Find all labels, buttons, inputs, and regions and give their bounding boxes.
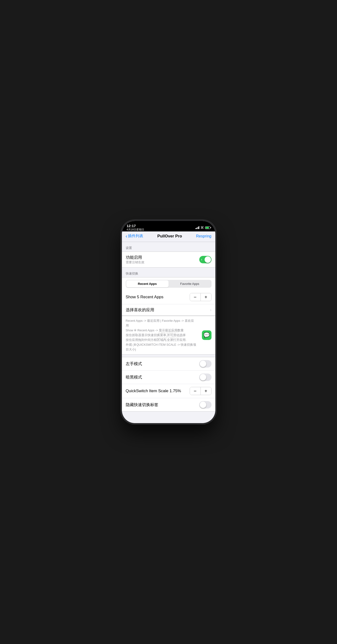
behavior-section-header: 行为: [122, 420, 215, 423]
show-recent-apps-label: Show 5 Recent Apps: [126, 295, 164, 300]
status-time: 12:17: [127, 224, 144, 228]
appearance-group: 左手模式 暗黑模式 QuickSwitch Item Scale 1.75%: [122, 357, 215, 412]
chevron-right-icon: ›: [210, 308, 211, 312]
quick-switch-section-header: 快速切换: [122, 268, 215, 277]
status-bar: 12:17 4月18日星期日 ⌘: [122, 221, 215, 232]
page-title: PullOver Pro: [157, 234, 182, 238]
scale-plus-icon: +: [204, 388, 208, 394]
description-text: Recent Apps -> 最近应用 | Favorite Apps -> 喜…: [126, 318, 212, 352]
back-chevron-icon: ‹: [126, 233, 128, 239]
scale-minus-icon: −: [194, 388, 197, 394]
nav-bar: ‹ 插件列表 PullOver Pro Respring: [122, 232, 215, 242]
status-date: 4月18日星期日: [127, 228, 144, 232]
quickswitch-scale-label: QuickSwitch Item Scale 1.75%: [126, 388, 181, 394]
left-handed-label: 左手模式: [126, 361, 142, 366]
app-icon-container: 💬: [202, 330, 212, 340]
desc-line2: Show ※ Recent Apps -> 显示最近应用数量: [126, 329, 184, 332]
signal-icon: [196, 226, 200, 229]
status-icons: ⌘: [196, 226, 210, 230]
favorite-apps-segment[interactable]: Favorite Apps: [168, 280, 211, 287]
enable-feature-sublabel: 需要注销生效: [126, 260, 144, 264]
choose-favorite-label: 选择喜欢的应用: [126, 307, 154, 313]
desc-line4: 按住应用拖到中间方框区域内,全屏打开应用.: [126, 338, 186, 342]
status-time-block: 12:17 4月18日星期日: [127, 224, 144, 232]
scale-decrement-button[interactable]: −: [190, 387, 200, 395]
desc-line1: Recent Apps -> 最近应用 | Favorite Apps -> 喜…: [126, 319, 194, 327]
wifi-icon: ⌘: [200, 226, 204, 230]
settings-content: 设置 功能启用 需要注销生效 I 快速切换 Re: [122, 242, 215, 423]
dark-mode-label: 暗黑模式: [126, 374, 142, 380]
scale-increment-button[interactable]: +: [201, 387, 211, 395]
decrement-button[interactable]: −: [190, 293, 200, 301]
quickswitch-scale-stepper[interactable]: − +: [190, 387, 212, 395]
left-handed-row: 左手模式: [122, 357, 215, 371]
dark-mode-toggle[interactable]: [199, 374, 212, 381]
quick-switch-group: Recent Apps Favorite Apps Show 5 Recent …: [122, 277, 215, 316]
recent-apps-stepper[interactable]: − +: [190, 293, 212, 301]
enable-feature-row: 功能启用 需要注销生效 I: [122, 252, 215, 268]
minus-icon: −: [194, 294, 197, 300]
respring-button[interactable]: Respring: [196, 234, 211, 238]
back-label[interactable]: 插件列表: [128, 234, 143, 238]
hide-tabs-label: 隐藏快速切换标签: [126, 402, 158, 408]
enable-feature-label: 功能启用: [126, 255, 144, 260]
choose-favorite-row[interactable]: 选择喜欢的应用 ›: [122, 304, 215, 316]
plus-icon: +: [204, 294, 208, 300]
desc-line3: 按住抓取器显示快速切换菜单,并可滑动选择: [126, 334, 186, 337]
hide-tabs-toggle[interactable]: [199, 401, 212, 408]
show-recent-apps-row: Show 5 Recent Apps − +: [122, 290, 215, 304]
dark-mode-row: 暗黑模式: [122, 371, 215, 384]
messages-app-icon: 💬: [202, 330, 212, 340]
enable-feature-toggle[interactable]: I: [199, 256, 212, 263]
quickswitch-scale-row: QuickSwitch Item Scale 1.75% − +: [122, 384, 215, 398]
description-block: Recent Apps -> 最近应用 | Favorite Apps -> 喜…: [122, 316, 215, 354]
back-button[interactable]: ‹ 插件列表: [126, 233, 144, 239]
settings-section-header: 设置: [122, 242, 215, 252]
increment-button[interactable]: +: [201, 293, 211, 301]
left-handed-toggle[interactable]: [199, 360, 212, 368]
enable-group: 功能启用 需要注销生效 I: [122, 252, 215, 268]
phone-device: 12:17 4月18日星期日 ⌘: [122, 221, 215, 423]
hide-tabs-row: 隐藏快速切换标签: [122, 398, 215, 411]
recent-apps-segment[interactable]: Recent Apps: [126, 280, 168, 287]
battery-icon: [205, 226, 210, 229]
app-mode-segmented-control[interactable]: Recent Apps Favorite Apps: [126, 280, 212, 288]
phone-screen: 12:17 4月18日星期日 ⌘: [122, 221, 215, 423]
desc-line5: 外观 (⬇QUICKSWITCH ITEM SCALE -> 快速切换项目大小): [126, 343, 196, 351]
